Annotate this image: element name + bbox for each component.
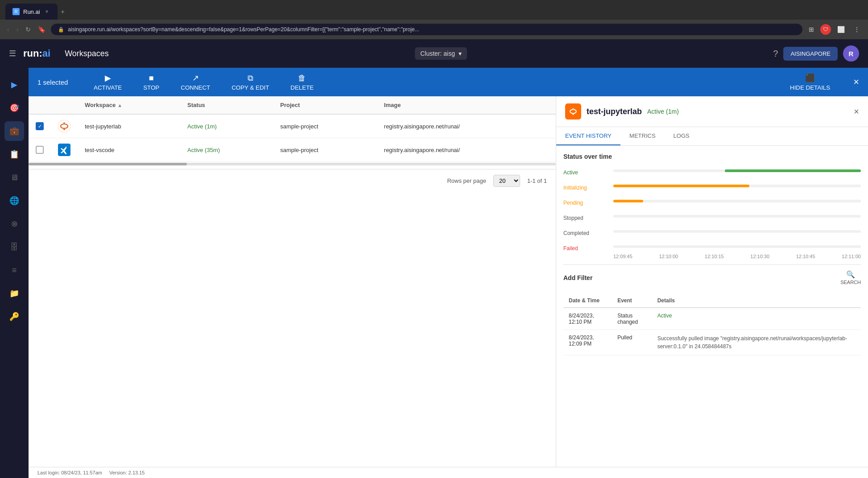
th-image[interactable]: Image — [377, 96, 556, 114]
forward-btn[interactable]: › — [15, 24, 21, 35]
detail-close-btn[interactable]: × — [854, 107, 859, 117]
extensions-btn[interactable]: ⊞ — [806, 24, 817, 35]
logo-ai: ai — [42, 48, 50, 59]
detail-ws-icon — [565, 103, 581, 120]
horizontal-scrollbar[interactable] — [29, 163, 556, 165]
event2-datetime: 8/24/2023, 12:09 PM — [563, 330, 612, 355]
tab-metrics[interactable]: METRICS — [620, 127, 665, 145]
th-project[interactable]: Project — [273, 96, 377, 114]
sidebar-item-credentials[interactable]: 🔑 — [4, 307, 24, 326]
th-status[interactable]: Status — [180, 96, 273, 114]
hide-details-btn[interactable]: ⬛ HIDE DETAILS — [785, 71, 835, 93]
stop-btn[interactable]: ■ STOP — [138, 72, 165, 93]
cluster-selector[interactable]: Cluster: aisg ▾ — [415, 47, 467, 60]
table-area: Workspace ▲ Status Project — [29, 96, 868, 467]
label-completed: Completed — [563, 230, 608, 237]
table-row[interactable]: ✓ — [29, 114, 556, 138]
close-selection-bar-btn[interactable]: × — [853, 76, 859, 88]
logo: run:ai — [23, 48, 50, 59]
tab-close-btn[interactable]: × — [44, 8, 50, 16]
sidebar-item-experiments[interactable]: ⊗ — [4, 214, 24, 234]
app: ☰ run:ai Workspaces Cluster: aisg ▾ ? AI… — [0, 39, 868, 478]
search-btn[interactable]: 🔍 SEARCH — [840, 270, 861, 285]
sidebar-item-workspaces[interactable]: 💼 — [4, 121, 24, 141]
label-pending: Pending — [563, 199, 608, 206]
stop-label: STOP — [143, 84, 159, 91]
org-btn[interactable]: AISINGAPORE — [783, 47, 838, 61]
bar-track-pending — [613, 200, 861, 202]
shield-icon[interactable]: 🛡 — [820, 24, 831, 35]
bar-track-failed — [613, 245, 861, 248]
refresh-btn[interactable]: ↻ — [24, 24, 33, 35]
back-btn[interactable]: ‹ — [5, 24, 11, 35]
chart-grid — [613, 167, 861, 250]
sidebar-item-storage[interactable]: 🗄 — [4, 237, 24, 257]
eth-details: Details — [652, 294, 861, 308]
unchecked-checkbox[interactable] — [36, 146, 44, 154]
content: 1 selected ▶ ACTIVATE ■ STOP ↗ CONNECT ⧉… — [29, 68, 868, 478]
avatar[interactable]: R — [843, 45, 859, 62]
sidebar-item-queues[interactable]: ≡ — [4, 260, 24, 280]
workspaces-table: Workspace ▲ Status Project — [29, 96, 556, 162]
sidebar-item-network[interactable]: 🌐 — [4, 191, 24, 210]
row2-image-cell: registry.aisingapore.net/runai/ — [377, 138, 556, 162]
checked-checkbox[interactable]: ✓ — [36, 122, 44, 130]
url-text: aisingapore.run.ai/workspaces?sortBy=nam… — [68, 26, 419, 33]
pagination-info: 1-1 of 1 — [527, 177, 547, 184]
vscode-icon — [58, 144, 70, 156]
rows-per-page-select[interactable]: 20 50 100 — [493, 175, 520, 187]
svg-point-3 — [63, 128, 65, 130]
chart-row-failed — [613, 243, 861, 250]
table-row[interactable]: test-vscode Active (35m) sample-project … — [29, 138, 556, 162]
active-tab[interactable]: R Run.ai × — [5, 4, 58, 20]
detail-title: test-jupyterlab — [587, 107, 642, 116]
label-failed: Failed — [563, 245, 608, 252]
delete-label: DELETE — [290, 84, 314, 91]
delete-btn[interactable]: 🗑 DELETE — [285, 72, 319, 93]
label-stopped: Stopped — [563, 214, 608, 222]
x-label-5: 12:10:45 — [796, 254, 815, 259]
cast-btn[interactable]: ⬜ — [835, 24, 847, 35]
th-image-label: Image — [384, 102, 401, 108]
label-initializing: Initializing — [563, 184, 608, 191]
page-title: Workspaces — [65, 49, 109, 58]
copy-edit-btn[interactable]: ⧉ COPY & EDIT — [226, 72, 274, 93]
sidebar-item-jobs[interactable]: 📋 — [4, 144, 24, 164]
event2-event: Pulled — [612, 330, 652, 355]
search-icon: 🔍 — [846, 270, 855, 279]
stop-icon: ■ — [149, 74, 154, 83]
connect-btn[interactable]: ↗ CONNECT — [175, 71, 215, 93]
bar-track-active — [613, 169, 861, 172]
row2-project-cell: sample-project — [273, 138, 377, 162]
label-active: Active — [563, 169, 608, 176]
activate-icon: ▶ — [105, 73, 111, 83]
lock-icon: 🔒 — [58, 27, 64, 33]
hamburger-menu[interactable]: ☰ — [9, 49, 16, 58]
detail-content: Status over time Active Initializing Pen… — [556, 146, 868, 467]
new-tab-btn[interactable]: + — [59, 6, 66, 17]
sidebar-item-play[interactable]: ▶ — [4, 75, 24, 95]
x-label-6: 12:11:00 — [842, 254, 861, 259]
help-btn[interactable]: ? — [773, 49, 778, 59]
menu-btn[interactable]: ⋮ — [851, 24, 863, 35]
bookmark-btn[interactable]: 🔖 — [36, 24, 47, 35]
main-layout: ▶ 🎯 💼 📋 🖥 🌐 ⊗ 🗄 ≡ 📁 🔑 1 selected ▶ ACTIV… — [0, 68, 868, 478]
sidebar-item-monitor[interactable]: 🖥 — [4, 168, 24, 187]
header-right: ? AISINGAPORE R — [773, 45, 859, 62]
address-bar[interactable]: 🔒 aisingapore.run.ai/workspaces?sortBy=n… — [51, 24, 802, 35]
row1-icon-cell — [51, 114, 78, 138]
tab-bar: R Run.ai × + — [0, 0, 868, 20]
bottom-bar: Last login: 08/24/23, 11:57am Version: 2… — [29, 467, 868, 478]
sidebar-item-target[interactable]: 🎯 — [4, 98, 24, 118]
tab-event-history[interactable]: EVENT HISTORY — [556, 127, 620, 145]
event-row: 8/24/2023, 12:09 PM Pulled Successfully … — [563, 330, 861, 355]
tab-logs[interactable]: LOGS — [665, 127, 699, 145]
th-workspace[interactable]: Workspace ▲ — [78, 96, 180, 114]
row2-name: test-vscode — [85, 147, 114, 153]
row1-checkbox-cell[interactable]: ✓ — [29, 114, 51, 138]
sidebar-item-files[interactable]: 📁 — [4, 284, 24, 303]
row2-checkbox-cell[interactable] — [29, 138, 51, 162]
row2-project: sample-project — [280, 147, 318, 153]
hide-details-label: HIDE DETAILS — [790, 84, 830, 91]
activate-btn[interactable]: ▶ ACTIVATE — [88, 71, 127, 93]
